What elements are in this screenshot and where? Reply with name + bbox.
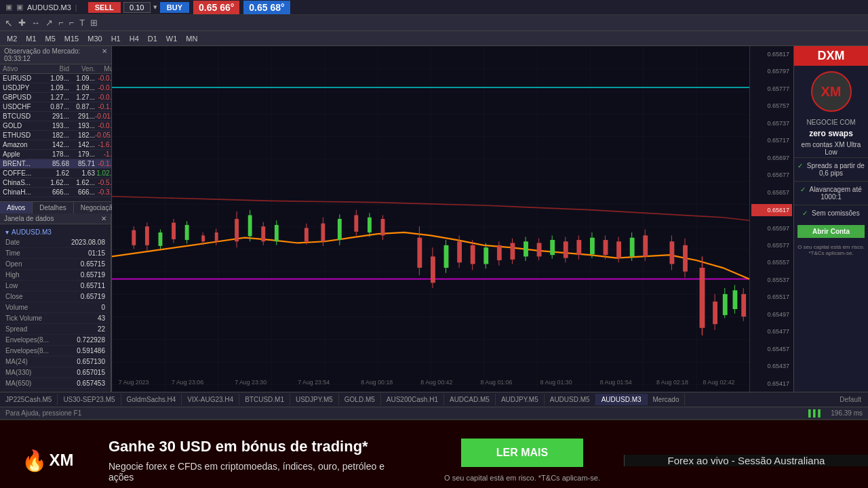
dw-section: ▾ AUDUSD.M3 (3, 227, 108, 237)
timeframe-d1[interactable]: D1 (144, 33, 161, 44)
chart-icon1: ▣ (5, 3, 12, 12)
timeframe-m1[interactable]: M1 (22, 33, 40, 44)
price-10: 0.65597 (751, 223, 792, 234)
dw-close[interactable]: ✕ (101, 215, 106, 222)
market-row[interactable]: Amazon 142... 142... -1.6... (0, 140, 111, 150)
default-label: Default (833, 394, 868, 405)
dw-field: Close0.65719 (3, 291, 108, 302)
tab-detalhes[interactable]: Detalhes (33, 202, 73, 214)
svg-text:8 Aug 01:54: 8 Aug 01:54 (600, 378, 632, 386)
timeframe-m2[interactable]: M2 (3, 33, 21, 44)
market-row[interactable]: ETHUSD 182... 182... -0.05... (0, 131, 111, 140)
market-row[interactable]: BRENT... 85.68 85.71 -0.1... (0, 159, 111, 169)
text-icon[interactable]: T (77, 17, 87, 28)
tab-audusd-m5[interactable]: AUDUSD.M5 (545, 394, 596, 405)
spread-input[interactable] (123, 2, 151, 13)
tab-audjpy[interactable]: AUDJPY.M5 (496, 394, 545, 405)
chart-container: ▣ ▣ AUDUSD.M3 | SELL ▾ BUY 0.65 66° 0.65… (112, 46, 793, 392)
buy-price-display: 0.65 68° (243, 1, 290, 14)
buy-button[interactable]: BUY (160, 2, 189, 13)
market-row[interactable]: USDCHF 0.87... 0.87... -0.1... (0, 102, 111, 112)
chart-area[interactable]: 7 Aug 2023 7 Aug 23:06 7 Aug 23:30 7 Aug… (112, 46, 749, 392)
check-icon3: ✓ (802, 209, 808, 217)
tab-btcusd[interactable]: BTCUSD.M1 (239, 394, 290, 405)
price-8: 0.65657 (751, 187, 792, 198)
svg-rect-64 (590, 238, 595, 254)
trendline-icon[interactable]: ↗ (43, 17, 55, 28)
timeframe-m5[interactable]: M5 (41, 33, 60, 44)
timeframe-m30[interactable]: M30 (83, 33, 106, 44)
tab-usdjpy[interactable]: USDJPY.M5 (290, 394, 339, 405)
price-4: 0.65737 (751, 118, 792, 129)
tab-gold-sachs[interactable]: GoldmSachs.H4 (121, 394, 182, 405)
timeframe-mn[interactable]: MN (182, 33, 201, 44)
fib-icon[interactable]: ⊞ (88, 17, 100, 28)
dw-field: Tick Volume43 (3, 313, 108, 324)
dw-field: Time01:15 (3, 248, 108, 259)
market-row[interactable]: EURUSD 1.09... 1.09... -0.0... (0, 74, 111, 83)
crosshair2-icon[interactable]: ✚ (16, 17, 28, 28)
price-0: 0.65817 (751, 49, 792, 60)
market-row[interactable]: GBPUSD 1.27... 1.27... -0.0... (0, 93, 111, 102)
banner-right: LER MAIS O seu capital está em risco. *T… (420, 432, 624, 488)
market-row[interactable]: COFFE... 1.62 1.63 1.02... (0, 169, 111, 178)
timeframe-m15[interactable]: M15 (60, 33, 83, 44)
timeframe-h4[interactable]: H4 (125, 33, 143, 44)
svg-rect-46 (471, 245, 475, 264)
tab-audusd-m3[interactable]: AUDUSD.M3 (596, 394, 648, 405)
draw-icon1[interactable]: ⌐ (56, 17, 66, 28)
chart-symbol: AUDUSD.M3 (27, 3, 71, 12)
market-row[interactable]: ChinaS... 1.62... 1.62... -0.5... (0, 178, 111, 188)
negocie-label: NEGOCIE COM (794, 117, 868, 127)
price-9: 0.65617 (751, 204, 792, 216)
xm-logo-area: DXM (794, 46, 868, 66)
market-row[interactable]: ChinaH... 666... 666... -0.3... (0, 188, 111, 197)
spreads-feature: ✓ Spreads a partir de 0,6 pips (794, 157, 868, 181)
svg-text:7 Aug 23:54: 7 Aug 23:54 (298, 378, 330, 386)
sell-button[interactable]: SELL (88, 2, 121, 13)
xm-banner-logo: 🔥 XM (22, 449, 74, 472)
tab-ativos[interactable]: Ativos (0, 202, 33, 214)
data-window-header: Janela de dados ✕ (0, 214, 111, 224)
draw-icon2[interactable]: ⌐ (67, 17, 77, 28)
price-2: 0.65777 (751, 83, 792, 94)
timeframe-h1[interactable]: H1 (107, 33, 125, 44)
trade-buttons: SELL ▾ BUY (88, 2, 189, 13)
svg-text:7 Aug 23:06: 7 Aug 23:06 (172, 378, 203, 386)
banner-session: Forex ao vivo - Sessão Australiana (624, 455, 868, 466)
price-14: 0.65517 (751, 291, 792, 302)
tab-us30[interactable]: US30-SEP23.M5 (58, 394, 121, 405)
learn-more-button[interactable]: LER MAIS (461, 439, 583, 467)
market-row[interactable]: USDJPY 1.09... 1.09... -0.0... (0, 83, 111, 93)
market-watch-title: Observação do Mercado: 03:33:12 (4, 47, 102, 62)
hline-icon[interactable]: ↔ (29, 17, 42, 28)
price-5: 0.65717 (751, 135, 792, 146)
tab-mercado[interactable]: Mercado (648, 394, 686, 405)
market-watch-close[interactable]: ✕ (102, 47, 107, 62)
tab-aus200[interactable]: AUS200Cash.H1 (381, 394, 444, 405)
dropdown-icon[interactable]: ▾ (153, 3, 157, 12)
spreads-text: Spreads a partir de 0,6 pips (807, 162, 865, 177)
dw-field: High0.65719 (3, 270, 108, 281)
bottom-tabs: JP225Cash.M5 US30-SEP23.M5 GoldmSachs.H4… (0, 392, 868, 407)
chart-svg: 7 Aug 2023 7 Aug 23:06 7 Aug 23:30 7 Aug… (112, 46, 749, 392)
dw-tree: ▾ AUDUSD.M3 Date2023.08.08Time01:15Open0… (0, 224, 111, 392)
dw-field: Low0.65711 (3, 281, 108, 291)
market-row[interactable]: BTCUSD 291... 291... -0.01... (0, 112, 111, 121)
leverage-text: Alavancagem até 1000:1 (809, 186, 861, 201)
price-11: 0.65577 (751, 240, 792, 251)
tab-vix[interactable]: VIX-AUG23.H4 (182, 394, 239, 405)
banner-risk-text: O seu capital está em risco. *T&Cs aplic… (444, 474, 600, 482)
arrow-icon[interactable]: ↖ (3, 17, 15, 29)
timeframe-w1[interactable]: W1 (162, 33, 182, 44)
market-row[interactable]: GOLD 193... 193... -0.0... (0, 121, 111, 131)
market-row[interactable]: Apple 178... 179... -1.7 (0, 150, 111, 159)
tab-gold[interactable]: GOLD.M5 (339, 394, 381, 405)
tab-audcad[interactable]: AUDCAD.M5 (444, 394, 496, 405)
price-13: 0.65537 (751, 274, 792, 285)
svg-text:8 Aug 02:18: 8 Aug 02:18 (656, 378, 688, 386)
dw-field: Date2023.08.08 (3, 237, 108, 248)
tab-jp225[interactable]: JP225Cash.M5 (0, 394, 58, 405)
open-account-button[interactable]: Abrir Conta (797, 225, 864, 238)
status-bar: Para Ajuda, pressione F1 ▌▌▌ 196.39 ms (0, 407, 868, 419)
